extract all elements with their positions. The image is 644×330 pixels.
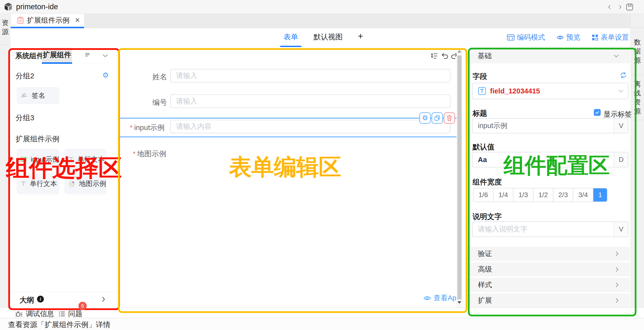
app-title: primeton-ide xyxy=(16,0,58,14)
document-tab-title: 扩展组件示例 xyxy=(27,15,70,25)
component-item-input-demo[interactable]: input示例 xyxy=(16,149,60,170)
title-field-label: 标题 xyxy=(472,108,487,118)
add-view-tab-button[interactable]: + xyxy=(355,31,366,41)
rail-tab-resources-label: 资源 xyxy=(2,18,9,36)
canvas-field-code-label[interactable]: 编号 xyxy=(132,98,167,108)
tab-default-view[interactable]: 默认视图 xyxy=(312,32,344,42)
close-tab-icon[interactable]: ✕ xyxy=(75,16,80,24)
tab-extension-underline xyxy=(42,62,72,64)
preview-label: 预览 xyxy=(566,33,580,42)
component-item-single-line-text[interactable]: 单行文本 xyxy=(16,173,60,194)
description-variable-button[interactable]: V xyxy=(614,222,628,237)
default-value-label: 默认值 xyxy=(472,142,494,152)
title-input-value: input示例 xyxy=(472,119,614,133)
form-settings-icon xyxy=(592,34,598,41)
outline-expand-chevron-icon[interactable] xyxy=(102,297,105,302)
section-advanced-label: 高级 xyxy=(478,265,492,274)
component-item-map-demo[interactable]: 地图示例 xyxy=(64,173,106,194)
title-input[interactable]: input示例 V xyxy=(472,118,628,133)
canvas-field-code-input[interactable]: 请输入 xyxy=(170,94,450,108)
debug-bar xyxy=(0,308,644,318)
outline-info-icon[interactable]: i xyxy=(37,296,44,303)
tab-system-components[interactable]: 系统组件 xyxy=(15,51,44,61)
view-api-link[interactable]: 查看Api xyxy=(423,293,458,303)
title-variable-button[interactable]: V xyxy=(614,119,628,133)
width-option[interactable]: 2/3 xyxy=(554,188,573,202)
canvas-field-map-label[interactable]: *地图示例 xyxy=(133,149,166,159)
component-group-title[interactable]: 分组3 xyxy=(16,113,34,123)
field-copy-button[interactable] xyxy=(432,112,443,124)
undo-icon[interactable] xyxy=(441,52,449,59)
section-basic[interactable]: 基础 xyxy=(466,49,630,63)
debug-info-button[interactable]: 调试信息 xyxy=(15,309,54,319)
component-item-label: 地图示例 xyxy=(79,179,106,188)
group-settings-gear-icon[interactable]: ⚙ xyxy=(102,71,109,79)
description-label: 说明文字 xyxy=(472,212,502,222)
width-option[interactable]: 1/4 xyxy=(494,188,514,202)
component-item-label: 单行文本 xyxy=(30,179,57,188)
canvas-field-input-label: *input示例 xyxy=(124,123,165,133)
debug-info-label: 调试信息 xyxy=(26,309,54,319)
canvas-field-input-placeholder: 请输入内容 xyxy=(171,122,212,131)
description-input[interactable]: 请输入说明文字 V xyxy=(472,222,628,237)
form-resource-icon xyxy=(17,17,24,24)
component-item-single-line-text[interactable]: 单行文本 xyxy=(64,149,106,170)
copy-icon xyxy=(434,115,440,121)
scrollbar-up-arrow[interactable] xyxy=(458,50,461,52)
chevron-down-icon xyxy=(614,54,619,58)
field-settings-button[interactable]: ⚙ xyxy=(420,112,431,124)
scrollbar-down-arrow[interactable] xyxy=(458,301,461,304)
default-value-input[interactable]: Aa D xyxy=(472,152,628,167)
width-option[interactable]: 1/3 xyxy=(514,188,534,202)
canvas-field-code-placeholder: 请输入 xyxy=(171,96,197,106)
canvas-field-name-label[interactable]: 姓名 xyxy=(132,72,167,82)
width-option[interactable]: 1/6 xyxy=(474,188,494,202)
component-item-label: input示例 xyxy=(31,155,59,164)
code-mode-label: 编码模式 xyxy=(517,33,545,42)
refresh-icon[interactable] xyxy=(620,71,627,79)
show-label-checkbox[interactable] xyxy=(594,109,601,116)
problems-button[interactable]: 问题 xyxy=(58,309,82,319)
status-bar-text: 查看资源「扩展组件示例」详情 xyxy=(8,320,110,330)
section-validation[interactable]: 验证 xyxy=(466,247,630,261)
component-group-title[interactable]: 扩展组件示例 xyxy=(16,134,60,144)
document-tab[interactable]: 扩展组件示例 ✕ xyxy=(10,14,84,27)
text-icon xyxy=(68,156,74,162)
rail-tab-datasource[interactable]: 数据源 xyxy=(630,27,644,75)
preview-eye-icon xyxy=(556,34,564,41)
section-advanced[interactable]: 高级 xyxy=(466,262,630,277)
form-settings-button[interactable]: 表单设置 xyxy=(592,33,629,42)
nav-forward-icon[interactable] xyxy=(616,3,624,11)
field-select[interactable]: field_12034415 xyxy=(472,83,628,99)
preview-button[interactable]: 预览 xyxy=(556,33,580,42)
field-delete-button[interactable] xyxy=(444,112,455,124)
bug-icon xyxy=(15,310,23,318)
rail-tab-resources[interactable]: 资源 xyxy=(0,18,10,45)
signature-icon xyxy=(20,92,28,99)
canvas-field-name-input[interactable]: 请输入 xyxy=(170,69,450,82)
panel-collapse-chevron-icon[interactable] xyxy=(102,54,108,57)
width-option-selected[interactable]: 1 xyxy=(593,188,607,202)
save-icon[interactable] xyxy=(626,3,634,11)
component-item-signature[interactable]: 签名 xyxy=(16,87,60,104)
nav-back-icon[interactable] xyxy=(606,3,614,11)
outline-label[interactable]: 大纲 xyxy=(20,295,34,305)
rail-tab-offline-resources[interactable]: 离线资源 xyxy=(630,75,644,120)
tab-extension-components[interactable]: 扩展组件 xyxy=(42,48,72,62)
show-label-checkbox-label[interactable]: 显示标签 xyxy=(604,109,632,119)
default-dynamic-button[interactable]: D xyxy=(614,152,628,167)
width-option[interactable]: 1/2 xyxy=(534,188,554,202)
component-group-title[interactable]: 分组2 xyxy=(16,71,34,81)
canvas-field-input-input[interactable]: 请输入内容 xyxy=(170,120,450,133)
section-basic-label: 基础 xyxy=(478,51,492,61)
panel-menu-icon[interactable] xyxy=(85,52,90,57)
outline-tree-icon[interactable] xyxy=(431,52,438,59)
scrollbar-thumb[interactable] xyxy=(458,55,462,299)
component-item-label: 签名 xyxy=(32,91,45,100)
width-option[interactable]: 3/4 xyxy=(573,188,593,202)
section-style[interactable]: 样式 xyxy=(466,278,630,292)
tab-form[interactable]: 表单 xyxy=(282,32,300,42)
code-mode-button[interactable]: 编码模式 xyxy=(507,33,545,42)
list-icon xyxy=(58,311,65,317)
section-extension[interactable]: 扩展 xyxy=(466,294,630,308)
